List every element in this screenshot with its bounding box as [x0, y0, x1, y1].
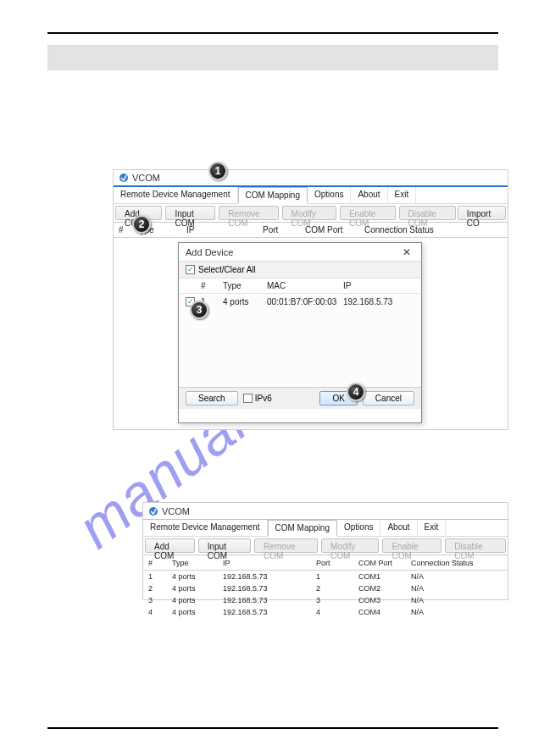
col2-com-port: COM Port	[358, 559, 411, 567]
table-row[interactable]: 2 4 ports 192.168.5.73 2 COM2 N/A	[143, 582, 508, 594]
window-titlebar-2: VCOM	[143, 503, 508, 520]
device-row-mac: 00:01:B7:0F:00:03	[267, 297, 343, 306]
import-com-button[interactable]: Import CO	[458, 206, 506, 220]
device-row-ip: 192.168.5.73	[343, 297, 414, 306]
table-row[interactable]: 3 4 ports 192.168.5.73 3 COM3 N/A	[143, 594, 508, 606]
table-header-2: # Type IP Port COM Port Connection Statu…	[143, 555, 508, 571]
input-com-button[interactable]: Input COM	[165, 206, 215, 220]
window-title: VCOM	[132, 173, 160, 183]
page-top-rule	[47, 32, 498, 34]
cell-type: 4 ports	[172, 572, 223, 581]
callout-4: 4	[347, 383, 365, 401]
callout-3: 3	[190, 301, 208, 319]
menu-exit[interactable]: Exit	[388, 187, 417, 203]
menu2-com-mapping[interactable]: COM Mapping	[268, 520, 337, 537]
cell-port: 3	[316, 596, 358, 604]
enable-com-button-2: Enable COM	[382, 538, 441, 553]
col2-type: Type	[172, 559, 223, 567]
cell-port: 2	[316, 584, 358, 593]
cell-ip: 192.168.5.73	[223, 596, 316, 604]
cell-ip: 192.168.5.73	[223, 572, 316, 581]
menu-about[interactable]: About	[351, 187, 387, 203]
cell-port: 1	[316, 572, 358, 581]
cell-status: N/A	[411, 596, 508, 604]
app-icon	[119, 173, 129, 183]
cell-ip: 192.168.5.73	[223, 608, 316, 616]
cell-com-port: COM1	[358, 572, 411, 581]
col2-connection-status: Connection Status	[411, 559, 474, 567]
select-clear-all-row[interactable]: Select/Clear All	[179, 262, 421, 279]
result-table-body: 1 4 ports 192.168.5.73 1 COM1 N/A 2 4 po…	[143, 571, 508, 618]
screenshot-vcom-result: VCOM Remote Device Management COM Mappin…	[142, 502, 508, 600]
cell-type: 4 ports	[172, 596, 223, 604]
disable-com-button: Disable COM	[399, 206, 456, 220]
col2-hash: #	[148, 559, 172, 567]
dialog-table-header: # Type MAC IP	[179, 279, 421, 294]
cell-index: 1	[148, 572, 172, 581]
window-titlebar: VCOM	[114, 170, 508, 187]
dlg-col-hash: #	[201, 281, 223, 290]
cell-index: 4	[148, 608, 172, 616]
cell-status: N/A	[411, 584, 508, 593]
ipv6-label: IPv6	[255, 394, 272, 403]
add-device-dialog: Add Device ✕ Select/Clear All # Type MAC…	[178, 242, 422, 423]
search-button[interactable]: Search	[186, 391, 238, 406]
modify-com-button-2: Modify COM	[321, 538, 379, 553]
ipv6-option[interactable]: IPv6	[243, 394, 272, 403]
col2-ip: IP	[223, 559, 316, 567]
cell-status: N/A	[411, 572, 508, 581]
remove-com-button: Remove COM	[219, 206, 278, 220]
device-row[interactable]: 1 4 ports 00:01:B7:0F:00:03 192.168.5.73	[179, 294, 421, 309]
select-clear-all-checkbox[interactable]	[186, 265, 195, 274]
window-title-2: VCOM	[162, 506, 190, 516]
add-com-button-2[interactable]: Add COM	[145, 538, 195, 553]
col-ip: IP	[186, 225, 263, 235]
menu-bar-2: Remote Device Management COM Mapping Opt…	[143, 520, 508, 537]
app-icon-2	[148, 506, 158, 516]
dlg-col-ip: IP	[343, 281, 414, 290]
dialog-table-body: 1 4 ports 00:01:B7:0F:00:03 192.168.5.73	[179, 294, 421, 387]
callout-2: 2	[132, 215, 151, 234]
dlg-col-mac: MAC	[267, 281, 343, 290]
cell-index: 2	[148, 584, 172, 593]
menu2-remote-device-management[interactable]: Remote Device Management	[143, 520, 268, 536]
table-header: # Type IP Port COM Port Connection Statu…	[114, 223, 508, 238]
page-bottom-rule	[47, 727, 498, 729]
cell-type: 4 ports	[172, 584, 223, 593]
col2-port: Port	[316, 559, 358, 567]
cell-type: 4 ports	[172, 608, 223, 616]
toolbar: Add COM Input COM Remove COM Modify COM …	[114, 204, 508, 223]
menu-remote-device-management[interactable]: Remote Device Management	[114, 187, 238, 203]
table-row[interactable]: 4 4 ports 192.168.5.73 4 COM4 N/A	[143, 606, 508, 618]
menu2-exit[interactable]: Exit	[418, 520, 447, 536]
input-com-button-2[interactable]: Input COM	[198, 538, 251, 553]
menu-options[interactable]: Options	[308, 187, 351, 203]
toolbar-2: Add COM Input COM Remove COM Modify COM …	[143, 537, 508, 555]
cell-ip: 192.168.5.73	[223, 584, 316, 593]
close-icon[interactable]: ✕	[399, 245, 414, 260]
cell-com-port: COM4	[358, 608, 411, 616]
dialog-title: Add Device	[186, 247, 233, 257]
menu2-options[interactable]: Options	[337, 520, 380, 536]
col-port: Port	[263, 225, 305, 235]
cancel-button[interactable]: Cancel	[363, 391, 414, 406]
menu-com-mapping[interactable]: COM Mapping	[238, 187, 308, 204]
cell-status: N/A	[411, 608, 508, 616]
dlg-col-type: Type	[223, 281, 267, 290]
menu2-about[interactable]: About	[380, 520, 417, 536]
remove-com-button-2: Remove COM	[254, 538, 318, 553]
menu-bar: Remote Device Management COM Mapping Opt…	[114, 187, 508, 204]
cell-com-port: COM3	[358, 596, 411, 604]
dialog-footer: Search IPv6 OK Cancel	[179, 387, 421, 409]
col-connection-status: Connection Status	[364, 225, 434, 235]
cell-index: 3	[148, 596, 172, 604]
cell-com-port: COM2	[358, 584, 411, 593]
cell-port: 4	[316, 608, 358, 616]
table-row[interactable]: 1 4 ports 192.168.5.73 1 COM1 N/A	[143, 571, 508, 582]
select-clear-all-label: Select/Clear All	[198, 265, 256, 274]
callout-1: 1	[208, 162, 227, 180]
modify-com-button: Modify COM	[282, 206, 336, 220]
enable-com-button: Enable COM	[340, 206, 396, 220]
col-com-port: COM Port	[305, 225, 364, 235]
ipv6-checkbox[interactable]	[243, 394, 253, 403]
